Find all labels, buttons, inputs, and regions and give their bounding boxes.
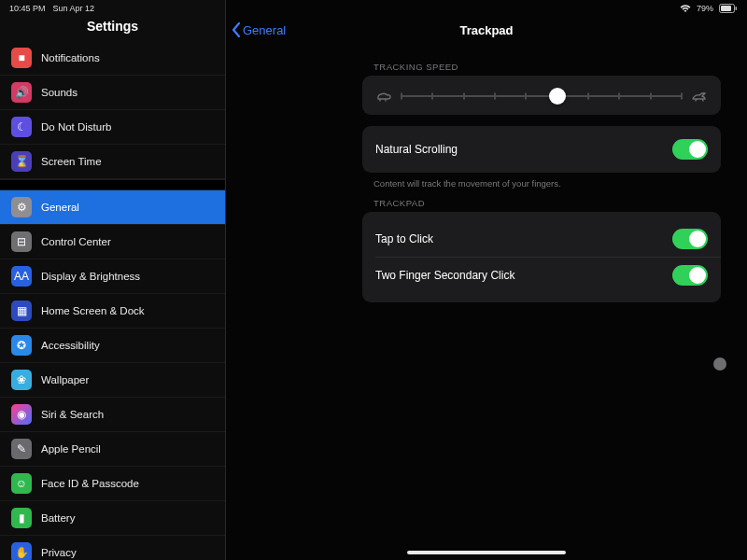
svg-rect-2 (721, 6, 731, 11)
sidebar-item-label: Siri & Search (41, 409, 104, 420)
slider-tick (401, 93, 402, 100)
detail-header: General Trackpad (226, 13, 747, 47)
slider-tick (650, 93, 652, 100)
sidebar-item-label: Face ID & Passcode (41, 478, 139, 489)
trackpad-row-label: Tap to Click (375, 232, 433, 245)
cursor-indicator (713, 357, 726, 371)
display-icon: AA (11, 266, 32, 287)
sidebar-item-label: Screen Time (41, 156, 102, 167)
sidebar-item-label: Home Screen & Dock (41, 305, 145, 316)
home-indicator[interactable] (407, 551, 566, 554)
sidebar-list[interactable]: ■Notifications🔊Sounds☾Do Not Disturb⌛Scr… (0, 41, 225, 560)
sidebar-item-label: Privacy (41, 547, 77, 558)
sidebar-item-label: Control Center (41, 236, 111, 247)
siri-icon: ◉ (11, 404, 32, 425)
trackpad-card: Tap to ClickTwo Finger Secondary Click (362, 212, 721, 302)
natural-scrolling-hint: Content will track the movement of your … (374, 178, 717, 189)
sidebar-item-screen-time[interactable]: ⌛Screen Time (0, 145, 225, 179)
screen-time-icon: ⌛ (11, 151, 32, 172)
page-title: Trackpad (459, 23, 513, 37)
general-icon: ⚙ (11, 197, 32, 217)
tracking-speed-slider[interactable] (375, 85, 708, 105)
svg-rect-1 (736, 7, 738, 10)
sidebar-item-label: Wallpaper (41, 374, 89, 385)
face-id-icon: ☺ (11, 473, 32, 494)
slider-tick (494, 93, 496, 100)
hare-icon (691, 91, 708, 102)
sidebar-item-label: Notifications (41, 52, 100, 63)
natural-scrolling-label: Natural Scrolling (375, 143, 458, 156)
tracking-speed-card (362, 76, 721, 115)
dnd-icon: ☾ (11, 117, 32, 137)
sidebar-item-apple-pencil[interactable]: ✎Apple Pencil (0, 432, 225, 467)
trackpad-row: Two Finger Secondary Click (375, 258, 708, 293)
trackpad-row: Tap to Click (375, 221, 708, 257)
slider-tick (587, 93, 589, 100)
slider-knob[interactable] (549, 88, 566, 105)
status-date: Sun Apr 12 (53, 4, 95, 13)
slider-tick (681, 93, 683, 100)
slider-tick (618, 93, 620, 100)
detail-pane: General Trackpad TRACKING SPEED Natural … (226, 0, 747, 560)
section-label-tracking-speed: TRACKING SPEED (374, 62, 717, 72)
sidebar-item-accessibility[interactable]: ✪Accessibility (0, 329, 225, 363)
pencil-icon: ✎ (11, 439, 32, 459)
slider-tick (525, 93, 527, 100)
control-center-icon: ⊟ (11, 231, 32, 252)
slider-tick (463, 93, 465, 100)
home-screen-icon: ▦ (11, 301, 32, 321)
sounds-icon: 🔊 (11, 82, 32, 103)
sidebar-item-privacy[interactable]: ✋Privacy (0, 536, 225, 560)
status-battery-pct: 79% (697, 4, 713, 13)
notifications-icon: ■ (11, 48, 32, 68)
battery-status-icon (719, 4, 738, 13)
sidebar-item-label: General (41, 202, 79, 213)
sidebar-item-display-brightness[interactable]: AADisplay & Brightness (0, 259, 225, 294)
chevron-left-icon (232, 22, 241, 37)
sidebar-item-label: Apple Pencil (41, 443, 101, 455)
sidebar-item-siri-search[interactable]: ◉Siri & Search (0, 398, 225, 432)
natural-scrolling-card: Natural Scrolling (362, 126, 721, 173)
sidebar-item-label: Sounds (41, 87, 78, 98)
back-label: General (243, 23, 286, 37)
status-bar: 10:45 PM Sun Apr 12 79% (0, 0, 747, 17)
sidebar-item-label: Accessibility (41, 340, 100, 351)
privacy-icon: ✋ (11, 542, 32, 560)
section-label-trackpad: TRACKPAD (374, 198, 717, 208)
sidebar-item-control-center[interactable]: ⊟Control Center (0, 225, 225, 259)
sidebar-item-label: Do Not Disturb (41, 121, 111, 133)
sidebar-item-battery[interactable]: ▮Battery (0, 501, 225, 536)
sidebar-item-face-id-passcode[interactable]: ☺Face ID & Passcode (0, 467, 225, 501)
sidebar-item-general[interactable]: ⚙General (0, 190, 225, 225)
sidebar-item-wallpaper[interactable]: ❀Wallpaper (0, 363, 225, 398)
slider-tick (431, 93, 433, 100)
status-time: 10:45 PM (9, 4, 46, 13)
settings-sidebar: Settings ■Notifications🔊Sounds☾Do Not Di… (0, 0, 226, 560)
trackpad-toggle[interactable] (672, 229, 708, 249)
sidebar-item-label: Display & Brightness (41, 271, 140, 282)
sidebar-item-home-screen-dock[interactable]: ▦Home Screen & Dock (0, 294, 225, 329)
sidebar-item-do-not-disturb[interactable]: ☾Do Not Disturb (0, 110, 225, 145)
sidebar-item-label: Battery (41, 512, 75, 524)
wallpaper-icon: ❀ (11, 370, 32, 390)
tortoise-icon (375, 91, 392, 102)
natural-scrolling-toggle[interactable] (672, 139, 708, 160)
accessibility-icon: ✪ (11, 335, 32, 356)
wifi-icon (680, 4, 691, 13)
trackpad-toggle[interactable] (672, 265, 708, 286)
battery-icon: ▮ (11, 508, 32, 528)
trackpad-row-label: Two Finger Secondary Click (375, 269, 514, 282)
sidebar-item-notifications[interactable]: ■Notifications (0, 41, 225, 76)
sidebar-item-sounds[interactable]: 🔊Sounds (0, 76, 225, 110)
back-button[interactable]: General (232, 22, 286, 37)
